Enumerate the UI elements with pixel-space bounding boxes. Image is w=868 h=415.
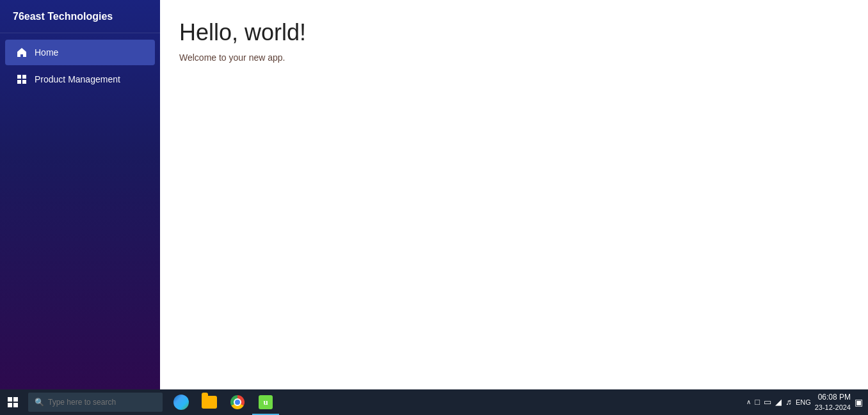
start-button[interactable] — [0, 389, 26, 415]
sidebar-brand: 76east Technologies — [0, 0, 160, 33]
tray-language[interactable]: ENG — [796, 398, 811, 406]
windows-logo-icon — [8, 397, 18, 407]
sidebar-item-product-management-label: Product Management — [35, 74, 120, 84]
tray-icons: □ ▭ ◢ ♬ — [755, 397, 792, 407]
sidebar-item-home[interactable]: Home — [5, 40, 155, 65]
tray-date: 23-12-2024 — [815, 403, 851, 412]
globe-app-icon — [173, 395, 189, 410]
tray-time: 06:08 PM — [815, 393, 851, 403]
chrome-app-icon — [230, 395, 245, 409]
sidebar: 76east Technologies Home Product Manag — [0, 0, 160, 389]
search-input[interactable] — [48, 398, 156, 407]
sidebar-nav: Home Product Management — [0, 33, 160, 98]
taskbar-app-globe[interactable] — [168, 389, 195, 415]
search-icon: 🔍 — [35, 398, 44, 407]
taskbar-app-chrome[interactable] — [224, 389, 251, 415]
tray-notification-icon[interactable]: ▣ — [855, 397, 863, 407]
main-content: Hello, world! Welcome to your new app. — [160, 0, 868, 389]
taskbar-search-bar[interactable]: 🔍 — [28, 393, 163, 412]
upwork-app-icon: u — [259, 395, 273, 409]
tray-expand-icon[interactable]: ∧ — [746, 398, 751, 405]
grid-icon — [15, 73, 28, 86]
taskbar-app-file-explorer[interactable] — [196, 389, 223, 415]
home-icon — [15, 46, 28, 59]
folder-app-icon — [202, 396, 217, 409]
tray-datetime[interactable]: 06:08 PM 23-12-2024 — [815, 393, 851, 412]
tray-volume-icon[interactable]: ♬ — [785, 397, 792, 407]
tray-clipboard-icon[interactable]: □ — [755, 397, 760, 407]
sidebar-item-home-label: Home — [35, 47, 58, 58]
system-tray: ∧ □ ▭ ◢ ♬ ENG 06:08 PM 23-12-2024 ▣ — [746, 393, 868, 412]
tray-network-icon[interactable]: ◢ — [775, 397, 782, 407]
taskbar-app-upwork[interactable]: u — [252, 389, 279, 415]
sidebar-item-product-management[interactable]: Product Management — [5, 67, 155, 92]
page-subtext: Welcome to your new app. — [179, 52, 849, 63]
tray-display-icon[interactable]: ▭ — [764, 397, 771, 407]
page-heading: Hello, world! — [179, 19, 849, 46]
taskbar-apps: u — [168, 389, 279, 415]
taskbar: 🔍 u ∧ □ ▭ ◢ ♬ ENG — [0, 389, 868, 415]
